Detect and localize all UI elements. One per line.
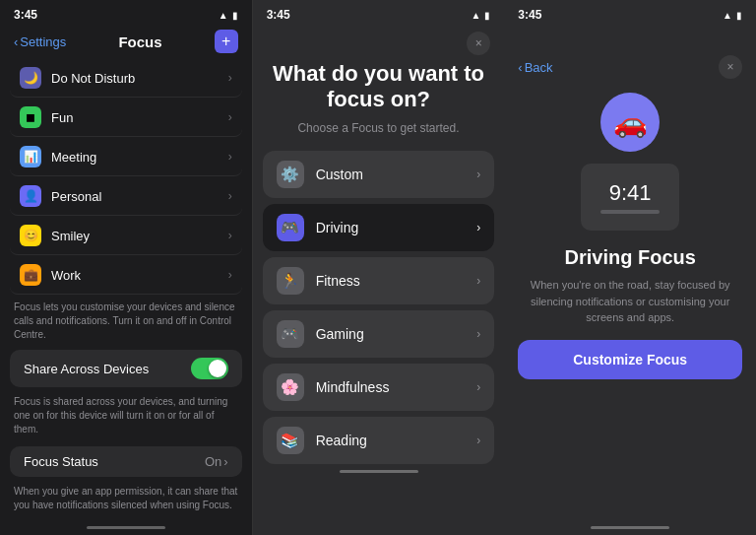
panel-choose-focus: 3:45 ▲ ▮ × What do you want to focus on?… — [253, 0, 505, 535]
driving-focus-title: Driving Focus — [518, 246, 742, 269]
focus-status-label: Focus Status — [24, 454, 98, 469]
chevron-icon: › — [228, 110, 232, 124]
chevron-icon: › — [476, 380, 480, 394]
back-to-settings[interactable]: ‹ Settings — [14, 34, 66, 49]
back-chevron-icon: ‹ — [14, 34, 18, 49]
status-bar-2: 3:45 ▲ ▮ — [253, 0, 505, 26]
smiley-icon: 😊 — [20, 225, 41, 246]
lockscreen-card: 9:41 — [581, 164, 679, 231]
status-time-2: 3:45 — [267, 8, 290, 22]
chevron-icon: › — [476, 434, 480, 447]
focus-item-fitness[interactable]: 🏃 Fitness › — [263, 257, 495, 304]
gaming-icon: 🎮 — [277, 320, 304, 348]
chevron-icon: › — [476, 327, 480, 341]
share-across-devices-desc: Focus is shared across your devices, and… — [0, 391, 252, 442]
reading-icon: 📚 — [277, 427, 304, 454]
close-button[interactable]: × — [719, 55, 742, 79]
list-item-fun[interactable]: ◼ Fun › — [10, 99, 242, 137]
status-icons-2: ▲ ▮ — [471, 10, 490, 21]
list-item-do-not-disturb[interactable]: 🌙 Do Not Disturb › — [10, 59, 242, 98]
mindfulness-icon: 🌸 — [277, 373, 304, 401]
status-time-1: 3:45 — [14, 8, 37, 22]
work-label: Work — [51, 268, 228, 283]
customize-label: Customize Focus — [573, 352, 687, 368]
close-icon: × — [727, 60, 734, 74]
focus-item-gaming[interactable]: 🎮 Gaming › — [263, 310, 495, 358]
status-icons-3: ▲ ▮ — [723, 10, 742, 21]
customize-focus-button[interactable]: Customize Focus — [518, 340, 742, 379]
plus-icon: + — [221, 33, 230, 50]
home-indicator-3 — [591, 526, 669, 529]
status-time-3: 3:45 — [518, 8, 541, 22]
meeting-label: Meeting — [51, 150, 228, 165]
personal-icon: 👤 — [20, 185, 41, 207]
focus-item-driving[interactable]: 🎮 Driving › — [263, 204, 495, 251]
lockscreen-preview: 9:41 — [504, 158, 756, 236]
list-item-meeting[interactable]: 📊 Meeting › — [10, 138, 242, 176]
page-title: Focus — [118, 33, 161, 50]
do-not-disturb-icon: 🌙 — [20, 67, 41, 89]
back-arrow-icon: ‹ — [518, 60, 522, 75]
add-focus-button[interactable]: + — [215, 30, 238, 53]
status-chevron-icon: › — [223, 454, 227, 469]
focus-item-custom[interactable]: ⚙️ Custom › — [263, 151, 495, 198]
chevron-icon: › — [228, 229, 232, 242]
wifi-icon: ▲ — [219, 10, 228, 21]
back-label: Back — [525, 60, 553, 75]
custom-icon: ⚙️ — [277, 161, 304, 188]
panel-focus-settings: 3:45 ▲ ▮ ‹ Settings Focus + 🌙 Do Not Dis… — [0, 0, 253, 535]
list-item-smiley[interactable]: 😊 Smiley › — [10, 217, 242, 255]
focus-status-value: On › — [205, 454, 228, 469]
panel3-nav: ‹ Back × — [504, 26, 756, 85]
mindfulness-label: Mindfulness — [316, 379, 477, 395]
chevron-icon: › — [228, 150, 232, 164]
status-bar-3: 3:45 ▲ ▮ — [504, 0, 756, 26]
reading-label: Reading — [316, 433, 477, 448]
chevron-icon: › — [228, 189, 232, 203]
chevron-icon: › — [228, 71, 232, 85]
smiley-label: Smiley — [51, 229, 228, 243]
battery-icon-3: ▮ — [736, 10, 742, 21]
focus-status-desc: When you give an app permission, it can … — [0, 481, 252, 520]
focus-options-list: ⚙️ Custom › 🎮 Driving › 🏃 Fitness › 🎮 Ga… — [253, 151, 505, 464]
back-label: Settings — [20, 34, 66, 49]
share-across-devices-row[interactable]: Share Across Devices — [10, 350, 242, 387]
modal-subtitle: Choose a Focus to get started. — [253, 117, 505, 151]
home-indicator — [87, 526, 165, 529]
panel-driving-focus: 3:45 ▲ ▮ ‹ Back × 🚗 9:41 Driving Focus W… — [504, 0, 756, 535]
chevron-icon: › — [476, 274, 480, 288]
battery-icon-2: ▮ — [484, 10, 490, 21]
share-across-devices-label: Share Across Devices — [24, 362, 149, 376]
custom-label: Custom — [316, 167, 477, 182]
meeting-icon: 📊 — [20, 146, 41, 167]
driving-label: Driving — [316, 220, 477, 235]
list-item-personal[interactable]: 👤 Personal › — [10, 177, 242, 216]
chevron-icon: › — [476, 167, 480, 181]
personal-label: Personal — [51, 189, 228, 204]
focus-item-mindfulness[interactable]: 🌸 Mindfulness › — [263, 364, 495, 411]
driving-icon: 🎮 — [277, 214, 304, 241]
car-icon: 🚗 — [613, 106, 648, 139]
do-not-disturb-label: Do Not Disturb — [51, 71, 228, 86]
work-icon: 💼 — [20, 264, 41, 286]
driving-focus-description: When you're on the road, stay focused by… — [518, 277, 742, 326]
focus-status-row[interactable]: Focus Status On › — [10, 446, 242, 477]
gaming-label: Gaming — [316, 326, 477, 342]
chevron-icon: › — [228, 268, 232, 282]
status-bar-1: 3:45 ▲ ▮ — [0, 0, 252, 26]
list-item-work[interactable]: 💼 Work › — [10, 256, 242, 295]
status-icons-1: ▲ ▮ — [219, 10, 238, 21]
fitness-label: Fitness — [316, 273, 477, 289]
focus-description: Focus lets you customise your devices an… — [0, 295, 252, 346]
driving-icon-circle: 🚗 — [600, 93, 660, 152]
fitness-icon: 🏃 — [277, 267, 304, 295]
fun-label: Fun — [51, 110, 228, 125]
home-indicator-2 — [340, 470, 418, 473]
focus-list: 🌙 Do Not Disturb › ◼ Fun › 📊 Meeting › 👤… — [0, 59, 252, 295]
share-across-devices-toggle[interactable] — [191, 358, 228, 379]
back-button[interactable]: ‹ Back — [518, 60, 552, 75]
fun-icon: ◼ — [20, 106, 41, 128]
wifi-icon-2: ▲ — [471, 10, 480, 21]
focus-item-reading[interactable]: 📚 Reading › — [263, 417, 495, 464]
driving-focus-content: Driving Focus When you're on the road, s… — [504, 236, 756, 520]
